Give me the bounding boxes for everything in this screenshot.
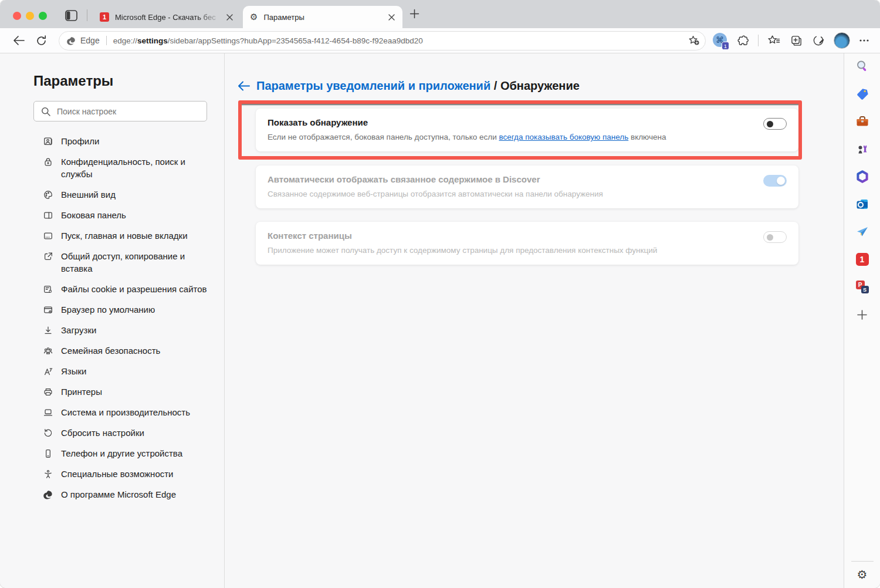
toolbar-divider [758, 35, 759, 46]
page-body: Параметры Профили Конфиденциальность, по… [0, 53, 880, 588]
settings-search-input[interactable] [56, 106, 202, 117]
tab-title: Microsoft Edge - Скачать бес [115, 13, 221, 22]
show-discover-toggle[interactable] [763, 118, 787, 130]
sidebar-item-printers[interactable]: Принтеры [43, 381, 211, 402]
new-tab-button[interactable] [409, 9, 419, 21]
settings-sidebar: Параметры Профили Конфиденциальность, по… [0, 53, 225, 588]
sidebar-item-accessibility[interactable]: Специальные возможности [43, 464, 211, 484]
settings-search-box[interactable] [33, 101, 207, 121]
search-icon[interactable] [855, 59, 870, 74]
tab-settings[interactable]: ⚙ Параметры [243, 6, 402, 28]
back-arrow-icon[interactable] [237, 80, 251, 92]
sidebar-item-about-edge[interactable]: О программе Microsoft Edge [43, 484, 211, 505]
phone-icon [43, 448, 53, 459]
extension-shortcut-icon[interactable]: ⌘ 1 [713, 33, 728, 48]
settings-main: Параметры уведомлений и приложений / Обн… [225, 53, 844, 588]
share-icon [43, 251, 53, 262]
microsoft-365-icon[interactable] [855, 169, 870, 184]
default-browser-icon [43, 305, 53, 315]
tab-microsoft-edge-download[interactable]: 1 Microsoft Edge - Скачать бес [93, 6, 241, 28]
family-icon [43, 346, 53, 356]
address-bar[interactable]: Edge edge://settings/sidebar/appSettings… [59, 31, 706, 50]
url-text: edge://settings/sidebar/appSettings?hubA… [113, 36, 423, 45]
refresh-button[interactable] [35, 35, 48, 46]
edge-logo-icon [66, 36, 76, 46]
sidebar-item-share-copy-paste[interactable]: Общий доступ, копирование и вставка [43, 246, 211, 279]
sidebar-item-family-safety[interactable]: Семейная безопасность [43, 340, 211, 361]
breadcrumb: Параметры уведомлений и приложений / Обн… [237, 79, 844, 93]
setting-description: Если не отображается, боковая панель дос… [268, 132, 756, 143]
sidebar-panel-icon [43, 210, 53, 221]
setting-title: Контекст страницы [268, 231, 756, 241]
sidebar-item-phone-devices[interactable]: Телефон и другие устройства [43, 443, 211, 464]
tab-strip-divider [87, 9, 87, 21]
app-1-label: 1 [856, 253, 869, 266]
setting-title: Автоматически отображать связанное содер… [268, 174, 756, 184]
fullscreen-window-button[interactable] [39, 12, 47, 20]
back-button[interactable] [12, 35, 26, 46]
sidebar-item-appearance[interactable]: Внешний вид [43, 184, 211, 205]
outlook-icon[interactable] [855, 197, 870, 212]
setting-title: Показать обнаружение [268, 117, 756, 127]
app-ps-icon[interactable]: PS [855, 279, 870, 295]
settings-title: Параметры [33, 73, 211, 89]
extension-badge-count: 1 [722, 42, 729, 50]
browser-window: 1 Microsoft Edge - Скачать бес ⚙ Парамет… [0, 0, 880, 588]
close-tab-icon[interactable] [224, 12, 235, 22]
setting-card-show-discover: Показать обнаружение Если не отображаетс… [256, 109, 798, 151]
shopping-tag-icon[interactable] [855, 86, 870, 102]
games-chess-icon[interactable] [855, 141, 870, 157]
toolbox-icon[interactable] [855, 114, 870, 129]
add-favorite-star-icon[interactable] [687, 35, 700, 46]
rail-divider [851, 561, 874, 562]
page-context-toggle [763, 231, 787, 243]
sidebar-item-cookies-permissions[interactable]: Файлы cookie и разрешения сайтов [43, 279, 211, 299]
sidebar-item-sidebar-panel[interactable]: Боковая панель [43, 205, 211, 225]
system-icon [43, 407, 53, 418]
site-chip-label: Edge [80, 36, 100, 45]
toolbar-icons: ⌘ 1 [713, 32, 871, 49]
tab-actions-menu-icon[interactable] [65, 10, 77, 23]
sidebar-item-default-browser[interactable]: Браузер по умолчанию [43, 299, 211, 320]
annotation-highlight-box: Показать обнаружение Если не отображаетс… [238, 100, 802, 160]
sidebar-item-languages[interactable]: Языки [43, 361, 211, 381]
languages-icon [43, 366, 53, 377]
sidebar-settings-gear-icon[interactable]: ⚙ [857, 568, 868, 581]
breadcrumb-current: Обнаружение [500, 79, 580, 92]
window-controls [13, 12, 47, 20]
settings-menu-ellipsis-icon[interactable] [858, 39, 871, 42]
drop-plane-icon[interactable] [855, 224, 870, 239]
sidebar-item-downloads[interactable]: Загрузки [43, 320, 211, 340]
sidebar-item-profiles[interactable]: Профили [43, 131, 211, 151]
extensions-puzzle-icon[interactable] [736, 35, 750, 47]
edge-sidebar-rail: 1 PS ⚙ [844, 53, 880, 588]
settings-nav-list: Профили Конфиденциальность, поиск и служ… [43, 131, 211, 505]
auto-show-discover-toggle [763, 175, 787, 187]
gear-favicon-icon: ⚙ [250, 12, 258, 22]
setting-description: Приложение может получать доступ к содер… [268, 245, 756, 256]
profiles-icon [43, 136, 53, 147]
close-tab-icon[interactable] [386, 12, 397, 22]
sidebar-item-system-performance[interactable]: Система и производительность [43, 402, 211, 423]
lock-icon [43, 157, 53, 167]
cookies-icon [43, 284, 53, 295]
collections-icon[interactable] [789, 35, 804, 47]
favorites-icon[interactable] [766, 35, 781, 46]
profile-avatar[interactable] [834, 32, 850, 49]
sidebar-item-reset-settings[interactable]: Сбросить настройки [43, 423, 211, 443]
add-sidebar-app-icon[interactable] [855, 307, 870, 322]
setting-card-auto-show-discover: Автоматически отображать связанное содер… [256, 165, 798, 208]
close-window-button[interactable] [13, 12, 21, 20]
sidebar-item-start-home-tabs[interactable]: Пуск, главная и новые вкладки [43, 225, 211, 246]
minimize-window-button[interactable] [26, 12, 34, 20]
edge-logo-icon [43, 489, 53, 500]
palette-icon [43, 190, 53, 200]
app-1-icon[interactable]: 1 [855, 252, 870, 267]
setting-description: Связанное содержимое веб-страницы отобра… [268, 189, 756, 200]
sidebar-item-privacy[interactable]: Конфиденциальность, поиск и службы [43, 151, 211, 184]
always-show-sidebar-link[interactable]: всегда показывать боковую панель [499, 133, 628, 141]
breadcrumb-link-notifications[interactable]: Параметры уведомлений и приложений [256, 79, 490, 92]
setting-card-page-context: Контекст страницы Приложение может получ… [256, 222, 798, 265]
web-capture-icon[interactable] [811, 35, 826, 47]
printer-icon [43, 387, 53, 397]
